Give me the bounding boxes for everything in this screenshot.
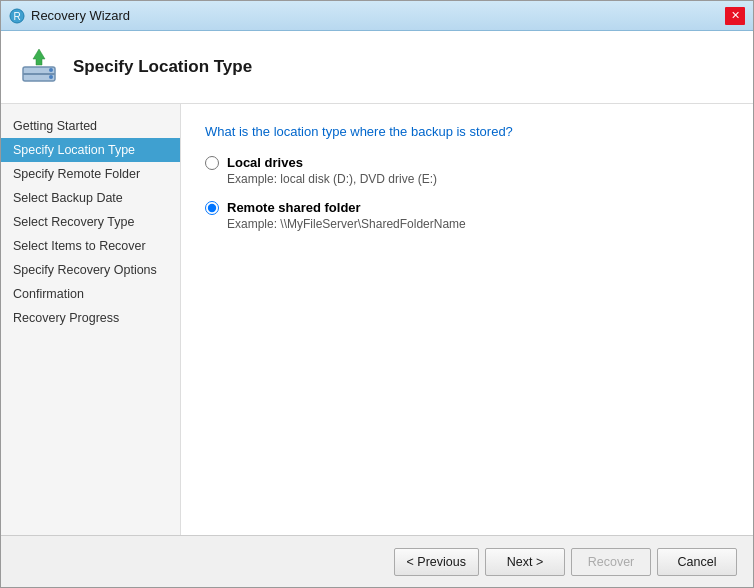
- page-title: Specify Location Type: [73, 57, 252, 77]
- sidebar-item-items-to-recover[interactable]: Select Items to Recover: [1, 234, 180, 258]
- svg-rect-3: [23, 73, 55, 75]
- sidebar-item-recovery-type[interactable]: Select Recovery Type: [1, 210, 180, 234]
- remote-folder-text: Remote shared folder: [227, 200, 361, 215]
- sidebar-item-backup-date[interactable]: Select Backup Date: [1, 186, 180, 210]
- local-drives-example: Example: local disk (D:), DVD drive (E:): [227, 172, 729, 186]
- close-button[interactable]: ✕: [725, 7, 745, 25]
- remote-folder-label[interactable]: Remote shared folder: [205, 200, 729, 215]
- window-title: Recovery Wizard: [31, 8, 130, 23]
- title-bar: R Recovery Wizard ✕: [1, 1, 753, 31]
- sidebar-item-confirmation[interactable]: Confirmation: [1, 282, 180, 306]
- remote-folder-example: Example: \\MyFileServer\SharedFolderName: [227, 217, 729, 231]
- footer: < Previous Next > Recover Cancel: [1, 535, 753, 587]
- header-area: Specify Location Type: [1, 31, 753, 104]
- main-panel: What is the location type where the back…: [181, 104, 753, 535]
- recover-button[interactable]: Recover: [571, 548, 651, 576]
- svg-text:R: R: [13, 11, 20, 22]
- local-drives-option: Local drives Example: local disk (D:), D…: [205, 155, 729, 186]
- previous-button[interactable]: < Previous: [394, 548, 479, 576]
- remote-folder-option: Remote shared folder Example: \\MyFileSe…: [205, 200, 729, 231]
- cancel-button[interactable]: Cancel: [657, 548, 737, 576]
- local-drives-radio[interactable]: [205, 156, 219, 170]
- svg-point-5: [49, 75, 53, 79]
- svg-marker-6: [33, 49, 45, 65]
- local-drives-label[interactable]: Local drives: [205, 155, 729, 170]
- title-bar-left: R Recovery Wizard: [9, 8, 130, 24]
- sidebar-item-recovery-progress[interactable]: Recovery Progress: [1, 306, 180, 330]
- local-drives-text: Local drives: [227, 155, 303, 170]
- app-icon: R: [9, 8, 25, 24]
- sidebar: Getting Started Specify Location Type Sp…: [1, 104, 181, 535]
- sidebar-item-location-type[interactable]: Specify Location Type: [1, 138, 180, 162]
- recovery-wizard-window: R Recovery Wizard ✕ Specify Location Typ…: [0, 0, 754, 588]
- next-button[interactable]: Next >: [485, 548, 565, 576]
- question-text: What is the location type where the back…: [205, 124, 729, 139]
- sidebar-item-getting-started[interactable]: Getting Started: [1, 114, 180, 138]
- header-icon: [17, 45, 61, 89]
- sidebar-item-remote-folder[interactable]: Specify Remote Folder: [1, 162, 180, 186]
- svg-point-4: [49, 68, 53, 72]
- content-area: Getting Started Specify Location Type Sp…: [1, 104, 753, 535]
- remote-folder-radio[interactable]: [205, 201, 219, 215]
- sidebar-item-recovery-options[interactable]: Specify Recovery Options: [1, 258, 180, 282]
